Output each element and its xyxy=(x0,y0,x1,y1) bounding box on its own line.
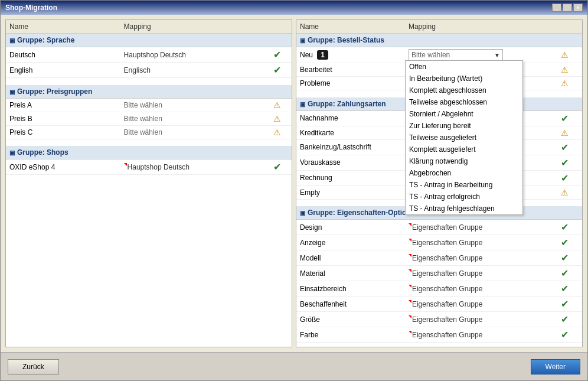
row-name: Preis A xyxy=(6,98,120,112)
table-row: Beschaffenheit Eigenschaften Gruppe ✔ xyxy=(296,297,582,312)
row-mapping: Eigenschaften Gruppe xyxy=(405,297,548,312)
left-group-header: ▣Gruppe: Shops xyxy=(6,146,292,159)
row-name: Farbe xyxy=(296,327,405,343)
status-ok-icon: ✔ xyxy=(561,268,569,278)
status-ok-icon: ✔ xyxy=(561,330,569,340)
table-row: Preis C Bitte wählen ⚠ xyxy=(6,125,292,139)
dropdown-arrow-icon: ▼ xyxy=(494,52,500,58)
row-status: ⚠ xyxy=(548,126,582,139)
left-header-status xyxy=(263,20,292,34)
table-row: Modell Eigenschaften Gruppe ✔ xyxy=(296,250,582,266)
row-name: Empty xyxy=(296,185,405,199)
row-mapping-cell[interactable]: Bitte wählen ▼ OffenIn Bearbeitung (Wart… xyxy=(405,47,548,63)
dropdown-list[interactable]: OffenIn Bearbeitung (Wartet)Komplett abg… xyxy=(405,60,523,215)
row-status: ✔ xyxy=(548,312,582,327)
titlebar: Shop-Migration _ □ × xyxy=(1,1,587,15)
left-panel-scroll[interactable]: Name Mapping ▣Gruppe: Sprache Deutsch Ha… xyxy=(6,20,292,347)
row-name: Rechnung xyxy=(296,170,405,185)
row-status: ✔ xyxy=(548,266,582,281)
maximize-button[interactable]: □ xyxy=(563,4,572,12)
main-window: Shop-Migration _ □ × Name Mapping xyxy=(0,0,588,381)
row-name: English xyxy=(6,63,120,78)
left-group-header: ▣Gruppe: Sprache xyxy=(6,34,292,47)
row-status: ⚠ xyxy=(548,185,582,199)
row-status: ✔ xyxy=(548,170,582,185)
dropdown-item[interactable]: TS - Antrag erfolgreich xyxy=(406,191,522,203)
row-mapping: Bitte wählen xyxy=(120,125,263,139)
window-title: Shop-Migration xyxy=(5,4,57,12)
dropdown-item[interactable]: Teilweise abgeschlossen xyxy=(406,96,522,108)
dropdown-item[interactable]: TS - Antrag fehlgeschlagen xyxy=(406,203,522,214)
row-status: ⚠ xyxy=(263,112,292,125)
row-status: ✔ xyxy=(548,327,582,343)
row-status: ✔ xyxy=(548,297,582,312)
table-row: Design Eigenschaften Gruppe ✔ xyxy=(296,220,582,235)
table-row: English Englisch ✔ xyxy=(6,63,292,78)
left-panel: Name Mapping ▣Gruppe: Sprache Deutsch Ha… xyxy=(5,19,292,347)
left-header-name: Name xyxy=(6,20,120,34)
dropdown-item[interactable]: Teilweise ausgeliefert xyxy=(406,132,522,144)
status-ok-icon: ✔ xyxy=(561,142,569,152)
row-name: Deutsch xyxy=(6,47,120,63)
row-status: ⚠ xyxy=(263,98,292,112)
dropdown-item[interactable]: Abgebrochen xyxy=(406,167,522,179)
row-name: Anzeige xyxy=(296,235,405,250)
dropdown-select[interactable]: Bitte wählen ▼ xyxy=(409,49,503,61)
table-row: Preis A Bitte wählen ⚠ xyxy=(6,98,292,112)
dropdown-item[interactable]: Zur Lieferung bereit xyxy=(406,120,522,132)
row-name: Beschaffenheit xyxy=(296,297,405,312)
dropdown-item[interactable]: In Bearbeitung (Wartet) xyxy=(406,73,522,84)
row-name: OXID eShop 4 xyxy=(6,159,120,175)
table-row: Anzeige Eigenschaften Gruppe ✔ xyxy=(296,235,582,250)
table-row: Preis B Bitte wählen ⚠ xyxy=(6,112,292,125)
minimize-button[interactable]: _ xyxy=(552,4,561,12)
row-name: Kreditkarte xyxy=(296,126,405,139)
table-row: Einsatzbereich Eigenschaften Gruppe ✔ xyxy=(296,281,582,297)
right-panel: Name Mapping ▣Gruppe: Bestell-Status Neu… xyxy=(296,19,583,347)
row-status: ✔ xyxy=(263,159,292,175)
row-status: ✔ xyxy=(548,235,582,250)
row-status: ⚠ xyxy=(548,63,582,77)
table-row: Größe Eigenschaften Gruppe ✔ xyxy=(296,312,582,327)
dropdown-item[interactable]: Klärung notwendig xyxy=(406,155,522,167)
row-status: ⚠ xyxy=(548,77,582,90)
table-row: OXID eShop 4 Hauptshop Deutsch ✔ xyxy=(6,159,292,175)
close-button[interactable]: × xyxy=(573,4,583,12)
row-name: Design xyxy=(296,220,405,235)
row-name: Bankeinzug/Lastschrift xyxy=(296,139,405,155)
row-status: ✔ xyxy=(263,47,292,63)
row-status: ✔ xyxy=(548,250,582,266)
table-row: Neu 1 Bitte wählen ▼ OffenIn Bearbeitung… xyxy=(296,47,582,63)
status-warn-icon: ⚠ xyxy=(561,128,569,138)
dropdown-item[interactable]: Storniert / Abgelehnt xyxy=(406,108,522,120)
row-name: Bearbeitet xyxy=(296,63,405,77)
row-status: ✔ xyxy=(548,220,582,235)
table-row: Deutsch Hauptshop Deutsch ✔ xyxy=(6,47,292,63)
next-button[interactable]: Weiter xyxy=(531,359,580,375)
status-ok-icon: ✔ xyxy=(561,113,569,123)
row-mapping: Eigenschaften Gruppe xyxy=(405,266,548,281)
dropdown-item[interactable]: TS - Antrag in Bearbeitung xyxy=(406,179,522,191)
row-name: Probleme xyxy=(296,77,405,90)
row-status: ⚠ xyxy=(263,125,292,139)
content-area: Name Mapping ▣Gruppe: Sprache Deutsch Ha… xyxy=(1,15,587,352)
row-status: ⚠ xyxy=(548,47,582,63)
table-row: Farbe Eigenschaften Gruppe ✔ xyxy=(296,327,582,343)
right-panel-scroll[interactable]: Name Mapping ▣Gruppe: Bestell-Status Neu… xyxy=(296,20,582,347)
row-mapping: Bitte wählen xyxy=(120,112,263,125)
dropdown-item[interactable]: Komplett abgeschlossen xyxy=(406,84,522,96)
status-warn-icon: ⚠ xyxy=(561,65,569,74)
number-badge: 1 xyxy=(317,50,328,60)
row-name: Einsatzbereich xyxy=(296,281,405,297)
dropdown-item[interactable]: Offen xyxy=(406,61,522,73)
status-warn-icon: ⚠ xyxy=(273,100,281,110)
back-button[interactable]: Zurück xyxy=(8,359,59,375)
left-header-mapping: Mapping xyxy=(120,20,263,34)
row-mapping: Hauptshop Deutsch xyxy=(120,159,263,175)
right-header-name: Name xyxy=(296,20,405,34)
right-group-header: ▣Gruppe: Bestell-Status xyxy=(296,34,582,47)
dropdown-placeholder: Bitte wählen xyxy=(411,51,450,59)
titlebar-buttons: _ □ × xyxy=(552,4,583,12)
row-mapping: Eigenschaften Gruppe xyxy=(405,327,548,343)
dropdown-item[interactable]: Komplett ausgeliefert xyxy=(406,144,522,155)
